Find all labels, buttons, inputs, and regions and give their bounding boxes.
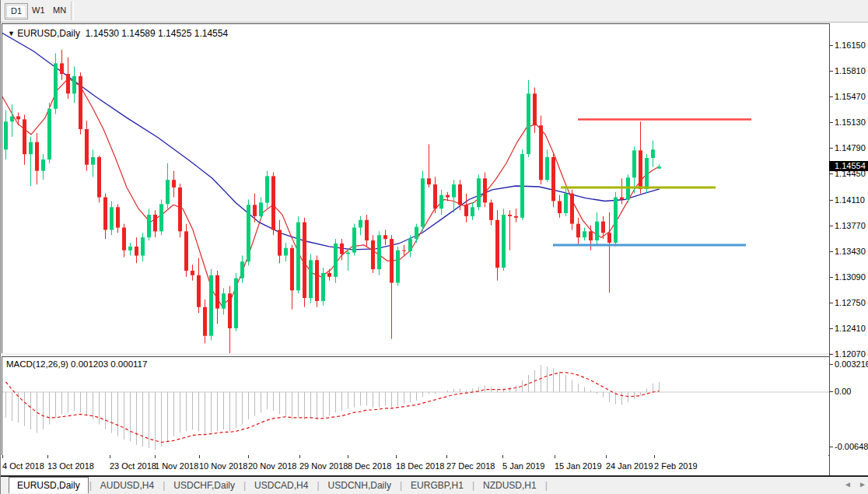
price-tick-mark: [829, 328, 833, 329]
chart-header: ▼ EURUSD,Daily 1.14530 1.14589 1.14525 1…: [8, 28, 228, 39]
candle-body: [583, 231, 586, 237]
candle-body: [203, 307, 207, 336]
timeframe-button-w1[interactable]: W1: [26, 3, 51, 18]
candle-body: [483, 178, 487, 202]
price-tick-mark: [829, 148, 833, 149]
timeframe-button-mn[interactable]: MN: [47, 3, 72, 18]
timeframe-button-d1[interactable]: D1: [5, 3, 28, 19]
candle-body: [234, 279, 238, 328]
candle-body: [166, 180, 170, 204]
price-tick-mark: [829, 226, 833, 226]
candle-body: [458, 184, 462, 205]
price-tick-mark: [829, 200, 833, 201]
candle-body: [128, 247, 132, 251]
macd-header: MACD(12,26,9) 0.001203 0.000117: [6, 359, 147, 369]
candle-body: [415, 227, 418, 240]
date-tick-mark: [348, 455, 348, 458]
candle-body: [651, 149, 655, 158]
toolbar-separator: [71, 2, 74, 20]
candle-body: [371, 240, 375, 269]
candle-body: [284, 248, 288, 256]
panel-splitter[interactable]: [1, 353, 868, 356]
chart-tab-eurusd[interactable]: EURUSD,Daily: [9, 477, 89, 493]
candle-body: [321, 273, 325, 301]
candle-body: [240, 261, 244, 278]
mt4-window: D1 W1 MN ▼ EURUSD,Daily 1.14530 1.14589 …: [0, 0, 868, 494]
date-tick-label: 5 Jan 2019: [502, 461, 544, 471]
tab-scroll-left-icon[interactable]: ◄: [844, 480, 852, 489]
candle-body: [502, 215, 506, 268]
macd-tick-mark: [829, 447, 833, 447]
macd-tick-label: 0.003216: [835, 359, 868, 369]
candle-body: [408, 239, 412, 251]
candle-body: [309, 260, 313, 298]
candle-body: [271, 176, 275, 229]
price-tick-mark: [829, 71, 833, 72]
candle-body: [645, 158, 649, 189]
date-axis: 4 Oct 201813 Oct 201823 Oct 20181 Nov 20…: [1, 455, 828, 475]
date-tick-label: 8 Dec 2018: [348, 461, 391, 471]
macd-tick-mark: [829, 364, 833, 365]
macd-signal-line: [6, 373, 660, 443]
candle-body: [79, 76, 82, 129]
candle-body: [327, 273, 331, 277]
candle-body: [433, 184, 437, 208]
chart-tab-eurgbp[interactable]: EURGBP,H1: [403, 478, 471, 493]
candle-body: [110, 207, 114, 229]
candle-body: [471, 207, 474, 216]
candle-body: [23, 119, 26, 154]
candle-body: [614, 198, 618, 243]
date-tick-mark: [606, 455, 607, 458]
candle-body: [452, 184, 456, 198]
price-tick-label: 1.15130: [835, 117, 868, 127]
candle-body: [259, 202, 263, 216]
chart-tab-usdcnh[interactable]: USDCNH,Daily: [320, 478, 399, 493]
date-tick-mark: [555, 455, 555, 458]
chart-tab-nzdusd[interactable]: NZDUSD,H1: [475, 478, 544, 493]
price-tick-mark: [829, 303, 833, 303]
price-tick-mark: [829, 122, 833, 123]
candle-body: [601, 222, 605, 233]
candle-body: [545, 157, 549, 180]
candle-body: [122, 228, 126, 251]
candle-body: [135, 247, 138, 256]
candle-body: [340, 243, 344, 254]
candle-body: [215, 275, 219, 309]
date-tick-mark: [299, 455, 300, 458]
candle-body: [620, 198, 624, 200]
candle-body: [222, 293, 226, 309]
chart-tab-audusd[interactable]: AUDUSD,H4: [93, 478, 162, 493]
candle-body: [570, 194, 574, 224]
chart-tab-usdcad[interactable]: USDCAD,H4: [247, 478, 316, 493]
price-chart-svg[interactable]: [2, 23, 830, 354]
date-tick-mark: [199, 455, 200, 458]
date-tick-label: 29 Nov 2018: [299, 461, 348, 471]
price-tick-mark: [829, 251, 833, 252]
candle-body: [632, 150, 636, 177]
date-tick-mark: [654, 455, 655, 458]
candle-body: [29, 142, 33, 155]
price-tick-label: 1.12070: [835, 349, 868, 359]
candle-body: [10, 117, 14, 122]
macd-tick-label: -0.006485: [835, 442, 868, 451]
chart-tab-usdchf[interactable]: USDCHF,Daily: [166, 478, 243, 493]
chart-symbol-label: EURUSD,Daily: [17, 28, 80, 39]
price-tick-mark: [829, 96, 833, 97]
candle-body: [564, 194, 568, 213]
candle-body: [247, 205, 250, 261]
tab-scroll-right-icon[interactable]: ►: [859, 480, 866, 489]
candle-body: [607, 233, 611, 243]
chart-dropdown-icon[interactable]: ▼: [8, 30, 15, 37]
date-tick-label: 18 Dec 2018: [396, 461, 444, 471]
price-tick-label: 1.14790: [835, 143, 868, 152]
candle-body: [47, 109, 51, 159]
candle-body: [383, 235, 387, 239]
candle-body: [228, 293, 232, 328]
candle-body: [427, 178, 431, 184]
candle-body: [191, 271, 194, 275]
candle-body: [558, 201, 562, 214]
candle-body: [595, 222, 599, 240]
date-tick-label: 13 Oct 2018: [47, 461, 94, 471]
macd-chart-svg[interactable]: [2, 356, 830, 456]
date-tick-label: 10 Nov 2018: [199, 461, 247, 471]
